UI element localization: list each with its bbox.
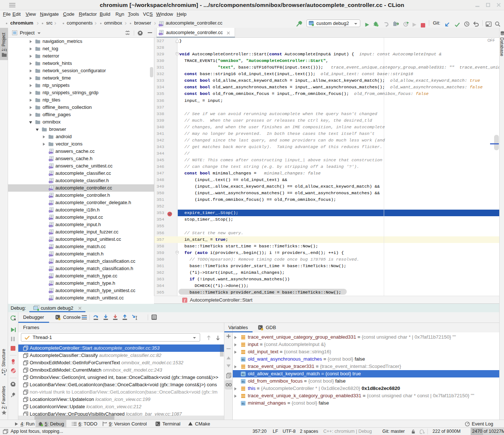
svg-text:C++: C++ (49, 181, 53, 183)
svg-text:01: 01 (242, 402, 245, 405)
svg-text:C++: C++ (49, 247, 53, 249)
svg-text:01: 01 (242, 373, 245, 376)
svg-text:C++: C++ (159, 33, 163, 35)
svg-text:C++: C++ (49, 173, 53, 176)
svg-text:C++: C++ (49, 283, 53, 286)
svg-text:C++: C++ (49, 269, 53, 271)
svg-text:C++: C++ (49, 203, 53, 205)
svg-text:01: 01 (242, 380, 245, 383)
svg-text:01: 01 (242, 358, 245, 361)
svg-text:C++: C++ (49, 232, 53, 235)
svg-text:C++: C++ (49, 195, 53, 198)
svg-text:C++: C++ (159, 24, 163, 26)
svg-text:C++: C++ (49, 298, 53, 301)
svg-text:C++: C++ (49, 166, 53, 169)
svg-text:C++: C++ (49, 151, 53, 154)
svg-text:C++: C++ (49, 291, 53, 293)
svg-text:C++: C++ (49, 188, 53, 191)
svg-text:C++: C++ (49, 159, 53, 161)
svg-text:C++: C++ (49, 225, 53, 227)
svg-text:C++: C++ (49, 276, 53, 279)
svg-text:C++: C++ (49, 261, 53, 264)
svg-text:C++: C++ (49, 254, 53, 257)
svg-text:C++: C++ (49, 239, 53, 242)
svg-text:C++: C++ (49, 210, 53, 213)
svg-text:C++: C++ (49, 217, 53, 220)
